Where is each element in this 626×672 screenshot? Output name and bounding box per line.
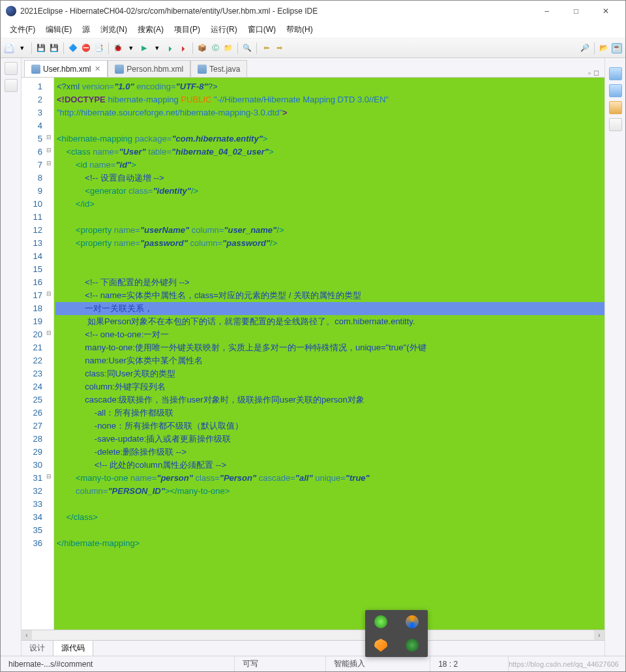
code-line[interactable]: <!-- 此处的column属性必须配置 --> [55, 459, 604, 472]
forward-icon[interactable]: ➡ [274, 43, 284, 53]
float-sync-icon[interactable] [406, 615, 419, 628]
line-number[interactable]: 26 [24, 406, 42, 420]
new-package-icon[interactable]: 📦 [197, 43, 207, 53]
line-number[interactable]: 22 [24, 354, 42, 367]
line-number[interactable]: 16 [24, 276, 42, 289]
code-line[interactable]: class:同User关联的类型 [55, 367, 604, 380]
quick-access-icon[interactable]: 🔎 [580, 43, 590, 53]
code-line[interactable]: cascade:级联操作，当操作user对象时，级联操作同user关联的pers… [55, 393, 604, 406]
open-perspective-icon[interactable]: 📂 [599, 43, 609, 53]
code-line[interactable]: many-to-one:使用唯一外键关联映射，实质上是多对一的一种特殊情况，un… [55, 341, 604, 354]
line-number-gutter[interactable]: 1234567891011121314151617181920212223242… [22, 78, 46, 630]
editor-tab[interactable]: User.hbm.xml✕ [24, 60, 108, 77]
line-number[interactable]: 36 [24, 537, 42, 550]
coverage-icon[interactable]: ⏵ [165, 43, 175, 53]
source-tab[interactable]: 源代码 [53, 641, 93, 656]
float-refresh-icon[interactable] [374, 615, 387, 628]
code-editor[interactable]: 1234567891011121314151617181920212223242… [22, 78, 604, 630]
code-line[interactable]: <property name="password" column="passwo… [55, 237, 604, 250]
code-line[interactable]: -all：所有操作都级联 [55, 406, 604, 420]
line-number[interactable]: 23 [24, 367, 42, 380]
fold-marker[interactable] [46, 132, 53, 145]
scroll-track[interactable] [32, 631, 594, 640]
open-type-icon[interactable]: 🔷 [68, 43, 78, 53]
float-play-icon[interactable] [406, 639, 419, 652]
code-line[interactable]: <!-- 下面配置的是外键列 --> [55, 276, 604, 289]
code-line[interactable]: column="PERSON_ID"></many-to-one> [55, 485, 604, 498]
code-line[interactable]: <?xml version="1.0" encoding="UTF-8"?> [55, 80, 604, 93]
fold-marker[interactable] [46, 289, 53, 302]
code-line[interactable]: -save-update:插入或者更新操作级联 [55, 433, 604, 446]
line-number[interactable]: 25 [24, 393, 42, 406]
code-line[interactable]: <property name="userName" column="user_n… [55, 224, 604, 237]
line-number[interactable]: 6 [24, 145, 42, 159]
menu-r[interactable]: 运行(R) [205, 23, 243, 37]
line-number[interactable]: 19 [24, 315, 42, 328]
line-number[interactable]: 2 [24, 93, 42, 106]
menu-f[interactable]: 文件(F) [5, 23, 40, 37]
line-number[interactable]: 29 [24, 446, 42, 459]
line-number[interactable]: 27 [24, 420, 42, 433]
code-line[interactable]: 如果Person对象不在本包的下的话，就需要配置的是全线路径了。com.hibe… [55, 315, 604, 328]
code-line[interactable]: name:User实体类中某个属性名 [55, 354, 604, 367]
fold-strip[interactable] [46, 78, 54, 630]
code-line[interactable]: <hibernate-mapping package="com.hibernat… [55, 132, 604, 145]
line-number[interactable]: 32 [24, 485, 42, 498]
editor-tab[interactable]: Test.java [190, 60, 247, 77]
line-number[interactable]: 4 [24, 119, 42, 132]
code-line[interactable]: <!-- name=实体类中属性名，class=对应的元素的类型 / 关联的属性… [55, 289, 604, 302]
maximize-view-icon[interactable]: ◻ [593, 69, 599, 77]
line-number[interactable]: 30 [24, 459, 42, 472]
code-line[interactable]: <id name="id"> [55, 159, 604, 172]
bookmarks-icon[interactable] [609, 118, 622, 131]
code-line[interactable] [55, 119, 604, 132]
task-list-icon[interactable] [609, 84, 622, 97]
code-line[interactable] [55, 498, 604, 511]
line-number[interactable]: 12 [24, 224, 42, 237]
float-shield-icon[interactable] [374, 639, 387, 652]
code-line[interactable]: <!-- 设置自动递增 --> [55, 172, 604, 185]
close-button[interactable]: ✕ [591, 2, 620, 20]
fold-marker[interactable] [46, 472, 53, 485]
java-perspective-icon[interactable]: ☕ [612, 43, 622, 53]
editor-tab[interactable]: Person.hbm.xml [108, 60, 190, 77]
code-line[interactable] [55, 263, 604, 276]
tab-close-icon[interactable]: ✕ [95, 65, 100, 73]
line-number[interactable]: 20 [24, 328, 42, 341]
problems-icon[interactable] [609, 101, 622, 114]
code-line[interactable]: </class> [55, 511, 604, 524]
fold-marker[interactable] [46, 145, 53, 159]
line-number[interactable]: 14 [24, 250, 42, 263]
code-line[interactable]: -delete:删除操作级联 --> [55, 446, 604, 459]
line-number[interactable]: 33 [24, 498, 42, 511]
line-number[interactable]: 9 [24, 185, 42, 198]
menu-p[interactable]: 项目(P) [169, 23, 205, 37]
minimize-button[interactable]: – [532, 2, 561, 20]
code-line[interactable]: column:外键字段列名 [55, 380, 604, 393]
external-tools-icon[interactable]: ⏵ [178, 43, 188, 53]
debug-dropdown-icon[interactable]: ▾ [126, 43, 136, 53]
line-number[interactable]: 10 [24, 198, 42, 211]
line-number[interactable]: 15 [24, 263, 42, 276]
line-number[interactable]: 17 [24, 289, 42, 302]
code-line[interactable]: <!-- one-to-one:一对一 [55, 328, 604, 341]
scroll-left-button[interactable]: ‹ [22, 630, 32, 641]
menu-h[interactable]: 帮助(H) [281, 23, 318, 37]
save-icon[interactable]: 💾 [36, 43, 46, 53]
line-number[interactable]: 7 [24, 159, 42, 172]
horizontal-scrollbar[interactable]: ‹ › [22, 630, 604, 640]
line-number[interactable]: 31 [24, 472, 42, 485]
search-icon[interactable]: 🔍 [242, 43, 252, 53]
fold-marker[interactable] [46, 328, 53, 341]
menu-a[interactable]: 搜索(A) [132, 23, 169, 37]
skip-breakpoints-icon[interactable]: ⛔ [81, 43, 91, 53]
build-icon[interactable]: 📑 [94, 43, 104, 53]
minimize-view-icon[interactable]: ▫ [588, 69, 591, 77]
line-number[interactable]: 21 [24, 341, 42, 354]
dropdown-icon[interactable]: ▾ [17, 43, 27, 53]
outline-icon[interactable] [609, 67, 622, 80]
line-number[interactable]: 1 [24, 80, 42, 93]
line-number[interactable]: 8 [24, 172, 42, 185]
line-number[interactable]: 34 [24, 511, 42, 524]
code-line[interactable]: <many-to-one name="person" class="Person… [55, 472, 604, 485]
